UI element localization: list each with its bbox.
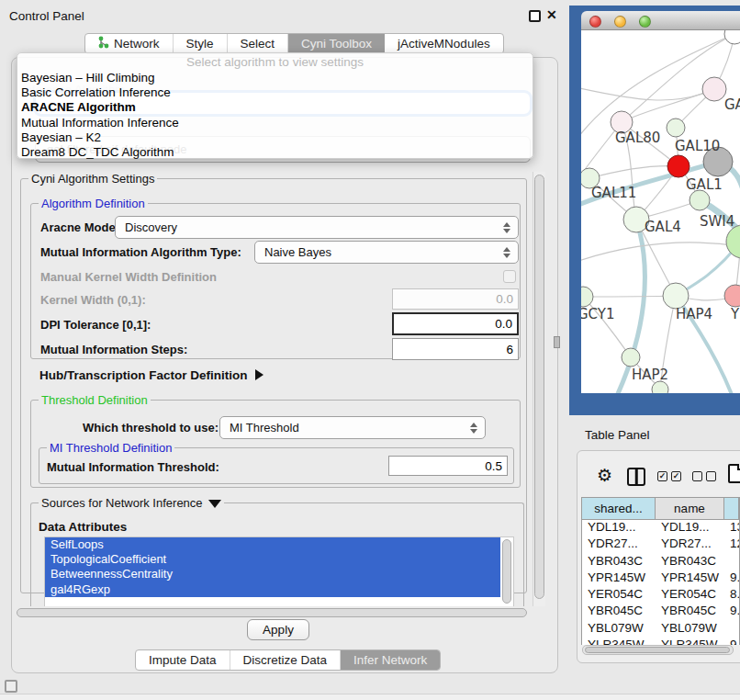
table-row[interactable]: YPR145WYPR145W9. (582, 570, 739, 587)
node-label: GAL4 (645, 219, 681, 235)
stepper-arrows-icon (465, 423, 482, 434)
mi-type-combo[interactable]: Naive Bayes (254, 241, 519, 264)
tab-network[interactable]: Network (85, 34, 174, 53)
close-icon[interactable]: ✕ (546, 7, 557, 22)
split-divider-handle[interactable] (554, 336, 560, 348)
node-label: GAL10 (675, 138, 720, 154)
dropdown-item[interactable]: Dream8 DC_TDC Algorithm (17, 145, 533, 160)
tab-style[interactable]: Style (174, 34, 228, 53)
table-row[interactable]: YER054CYER054C8. (582, 587, 739, 604)
column-header-name[interactable]: name (656, 498, 724, 519)
table-row[interactable]: YDL19...YDL19...13 (582, 520, 739, 536)
network-canvas[interactable]: GAL GAL80 GAL10 GAL1 GAL11 SWI4 GAL4 GCY… (581, 30, 740, 393)
data-attributes-list[interactable]: SelfLoops TopologicalCoefficient Between… (44, 536, 514, 606)
table-row[interactable]: YBR045CYBR045C9. (582, 604, 739, 620)
network-window-titlebar[interactable] (581, 11, 740, 30)
table-row[interactable]: YBL079WYBL079W (582, 621, 739, 638)
tab-label: Style (186, 37, 214, 51)
dropdown-placeholder: Select algorithm to view settings (17, 55, 533, 71)
hub-definition-toggle[interactable]: Hub/Transcription Factor Definition (39, 368, 263, 382)
column-header-shared[interactable]: shared... (582, 498, 656, 519)
tab-jactivemnodules[interactable]: jActiveMNodules (385, 34, 503, 53)
chevron-right-icon (255, 369, 263, 380)
threshold-definition-group: Threshold Definition Which threshold to … (30, 400, 521, 488)
tab-label: Impute Data (149, 653, 217, 667)
tab-select[interactable]: Select (228, 34, 289, 53)
sources-toggle[interactable]: Sources for Network Inference (39, 496, 224, 510)
tab-cyni-toolbox[interactable]: Cyni Toolbox (288, 34, 385, 53)
table-row[interactable]: YBR043CYBR043C (582, 554, 739, 570)
node-label: HAP2 (632, 367, 668, 383)
network-icon (98, 36, 109, 51)
node-gal10[interactable] (667, 119, 685, 137)
checked-checkbox-icon[interactable]: ✓ (671, 471, 681, 481)
algorithm-definition-group: Algorithm Definition Aracne Mode: Discov… (30, 203, 521, 359)
document-icon[interactable] (728, 464, 740, 483)
mi-steps-field[interactable] (392, 338, 519, 360)
column-layout-icon[interactable] (627, 468, 645, 486)
mi-threshold-group: MI Threshold Definition Mutual Informati… (39, 447, 514, 484)
combo-value: Naive Bayes (264, 245, 499, 259)
dropdown-item[interactable]: Mutual Information Inference (17, 116, 533, 130)
minimize-traffic-light-icon[interactable] (614, 16, 626, 28)
combo-value: Discovery (125, 220, 499, 234)
cyni-algorithm-settings-group: Cyni Algorithm Settings Algorithm Defini… (20, 178, 527, 593)
tab-impute-data[interactable]: Impute Data (136, 650, 230, 670)
dock-icon[interactable] (5, 680, 17, 693)
node-label: GAL (724, 96, 740, 113)
node-label: GAL80 (615, 130, 660, 146)
kernel-width-field[interactable] (392, 288, 519, 310)
node-label: GCY1 (581, 306, 615, 322)
aracne-mode-combo[interactable]: Discovery (115, 216, 519, 239)
checked-checkbox-icon[interactable]: ✓ (657, 471, 667, 481)
table-row[interactable]: YDR27...YDR27...12 (582, 536, 739, 553)
node-gcy1[interactable] (581, 287, 593, 307)
mi-threshold-field[interactable] (388, 456, 508, 476)
node-unlabeled[interactable] (724, 30, 740, 44)
settings-horizontal-scrollbar[interactable] (17, 608, 527, 617)
node-salmon[interactable] (724, 285, 740, 307)
table-row[interactable]: YLR345WYLR345W9. (582, 638, 739, 645)
manual-kernel-checkbox[interactable] (503, 270, 516, 283)
dropdown-item[interactable]: Basic Correlation Inference (17, 85, 533, 100)
unchecked-checkbox-icon[interactable] (692, 471, 702, 481)
node-hap2[interactable] (622, 348, 640, 367)
node-swi4[interactable] (690, 190, 710, 210)
node-bright-green[interactable] (726, 225, 740, 258)
tab-infer-network[interactable]: Infer Network (341, 650, 440, 670)
list-scrollbar[interactable] (502, 539, 511, 604)
node-gal-cut[interactable] (702, 77, 726, 101)
dropdown-item[interactable]: Bayesian – K2 (17, 130, 533, 145)
tab-discretize-data[interactable]: Discretize Data (230, 650, 342, 670)
close-traffic-light-icon[interactable] (589, 16, 601, 28)
bottom-tabs: Impute Data Discretize Data Infer Networ… (135, 649, 441, 671)
list-item[interactable]: TopologicalCoefficient (45, 552, 500, 567)
node-label: GAL11 (591, 185, 636, 201)
tab-label: Infer Network (353, 653, 427, 667)
sources-title: Sources for Network Inference (41, 496, 203, 510)
dpi-tolerance-field[interactable] (392, 312, 519, 335)
node-hap4[interactable] (663, 283, 689, 309)
list-item[interactable]: BetweennessCentrality (45, 567, 500, 581)
which-threshold-combo[interactable]: MI Threshold (219, 416, 486, 439)
mi-threshold-label: Mutual Information Threshold: (47, 460, 219, 474)
dropdown-item-selected[interactable]: ARACNE Algorithm (17, 100, 533, 115)
node-label: GAL1 (686, 176, 723, 193)
table-horizontal-scrollbar[interactable] (582, 645, 734, 655)
mi-type-label: Mutual Information Algorithm Type: (40, 245, 241, 259)
zoom-traffic-light-icon[interactable] (639, 16, 651, 28)
scrollbar-thumb[interactable] (585, 647, 730, 653)
float-window-icon[interactable] (529, 10, 541, 22)
list-item[interactable]: gal4RGexp (45, 582, 500, 597)
unchecked-checkbox-icon[interactable] (706, 471, 716, 481)
dropdown-item[interactable]: Bayesian – Hill Climbing (17, 71, 533, 85)
gear-icon[interactable]: ⚙ (597, 465, 612, 486)
hub-definition-label: Hub/Transcription Factor Definition (39, 368, 248, 382)
column-header-cut[interactable] (724, 498, 739, 519)
apply-button[interactable]: Apply (247, 619, 309, 640)
tab-label: Cyni Toolbox (301, 37, 372, 51)
list-item[interactable]: SelfLoops (45, 537, 500, 552)
scrollbar-thumb[interactable] (534, 175, 544, 599)
kernel-width-label: Kernel Width (0,1): (40, 293, 146, 307)
node-gal1-red[interactable] (667, 155, 690, 177)
